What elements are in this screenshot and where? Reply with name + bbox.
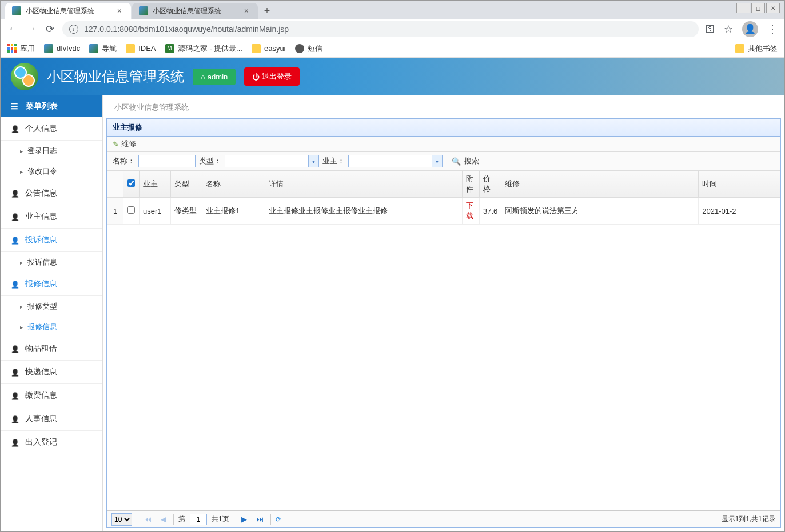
bookmark-item[interactable]: IDEA — [126, 44, 156, 53]
first-page-button[interactable]: ⏮ — [142, 515, 154, 523]
user-icon — [11, 414, 19, 423]
caret-right-icon: ▸ — [20, 169, 23, 175]
search-owner-combo[interactable]: ▾ — [348, 155, 443, 167]
app-logo-icon — [11, 63, 38, 90]
bookmark-favicon-icon — [44, 44, 53, 53]
col-attach[interactable]: 附件 — [463, 171, 480, 198]
toolbar: ✎ 维修 — [107, 137, 780, 152]
admin-button[interactable]: ⌂admin — [193, 69, 236, 85]
sidebar-item-label: 个人信息 — [25, 123, 57, 134]
pager-separator — [137, 514, 137, 525]
sidebar-subitem[interactable]: ▸修改口令 — [1, 161, 102, 182]
sidebar-subitem-label: 修改口令 — [27, 166, 57, 177]
col-owner[interactable]: 业主 — [140, 171, 171, 198]
logout-button[interactable]: ⏻退出登录 — [244, 67, 300, 86]
chevron-down-icon[interactable]: ▾ — [308, 155, 318, 167]
last-page-button[interactable]: ⏭ — [254, 515, 266, 523]
prev-page-button[interactable]: ◀ — [158, 515, 169, 523]
cell-attach: 下载 — [463, 198, 480, 225]
edit-repair-button[interactable]: ✎ 维修 — [113, 139, 136, 149]
tab-title: 小区物业信息管理系统 — [153, 6, 221, 16]
apps-grid-icon — [7, 44, 17, 53]
col-repair[interactable]: 维修 — [501, 171, 699, 198]
window-minimize-button[interactable]: — — [736, 3, 750, 13]
home-icon: ⌂ — [201, 73, 205, 81]
bookmark-apps[interactable]: 应用 — [7, 43, 35, 54]
window-maximize-button[interactable]: ◻ — [751, 3, 765, 13]
app-header: 小区物业信息管理系统 ⌂admin ⏻退出登录 — [1, 58, 784, 95]
tab-close-icon[interactable]: × — [242, 6, 251, 15]
profile-avatar-icon[interactable]: 👤 — [742, 21, 758, 37]
chevron-down-icon[interactable]: ▾ — [432, 155, 442, 167]
sidebar-item[interactable]: 投诉信息 — [1, 229, 102, 252]
bookmark-label: 其他书签 — [748, 43, 778, 54]
sidebar-item[interactable]: 物品租借 — [1, 337, 102, 361]
bookmarks-bar: 应用 dfvfvdc 导航 IDEA M源码之家 - 提供最... easyui… — [1, 39, 784, 58]
col-type[interactable]: 类型 — [171, 171, 202, 198]
page-total: 共1页 — [212, 514, 229, 524]
sidebar-item[interactable]: 人事信息 — [1, 407, 102, 431]
sidebar-subitem[interactable]: ▸报修类型 — [1, 296, 102, 317]
page-number-input[interactable] — [190, 514, 207, 525]
back-button[interactable]: ← — [7, 23, 19, 35]
next-page-button[interactable]: ▶ — [239, 515, 249, 523]
sidebar-item[interactable]: 缴费信息 — [1, 384, 102, 407]
sidebar-item[interactable]: 公告信息 — [1, 182, 102, 205]
bookmark-item[interactable]: easyui — [252, 44, 286, 53]
col-detail[interactable]: 详情 — [265, 171, 463, 198]
url-input[interactable]: i 127.0.0.1:8080/bdm101xiaoquwuye/houtai… — [62, 21, 699, 37]
menu-dots-icon[interactable]: ⋮ — [767, 23, 778, 35]
address-bar: ← → ⟳ i 127.0.0.1:8080/bdm101xiaoquwuye/… — [1, 19, 784, 39]
forward-button[interactable]: → — [26, 23, 37, 35]
sidebar: 菜单列表 个人信息▸登录日志▸修改口令公告信息业主信息投诉信息▸投诉信息报修信息… — [1, 95, 103, 531]
sidebar-item[interactable]: 出入登记 — [1, 431, 102, 454]
password-key-icon[interactable]: ⚿ — [706, 24, 715, 34]
sidebar-item[interactable]: 快递信息 — [1, 361, 102, 384]
col-price[interactable]: 价格 — [480, 171, 501, 198]
panel: 业主报修 ✎ 维修 名称： 类型： ▾ 业主： ▾ 🔍 搜索 — [106, 118, 781, 528]
user-icon — [11, 124, 19, 133]
search-button-label[interactable]: 搜索 — [464, 156, 479, 166]
sidebar-item[interactable]: 业主信息 — [1, 205, 102, 229]
caret-right-icon: ▸ — [20, 303, 23, 310]
cell-detail: 业主报修业主报修业主报修业主报修 — [265, 198, 463, 225]
download-link[interactable]: 下载 — [466, 201, 473, 220]
browser-tab-bar: 小区物业信息管理系统 × 小区物业信息管理系统 × + — [1, 1, 784, 19]
panel-title: 业主报修 — [107, 119, 780, 137]
cell-name: 业主报修1 — [202, 198, 265, 225]
new-tab-button[interactable]: + — [259, 3, 275, 19]
user-icon — [11, 391, 19, 400]
browser-tab-inactive[interactable]: 小区物业信息管理系统 × — [132, 3, 258, 19]
col-time[interactable]: 时间 — [699, 171, 780, 198]
bookmark-item[interactable]: 短信 — [295, 43, 322, 54]
site-info-icon[interactable]: i — [69, 25, 78, 34]
col-rownum — [107, 171, 123, 198]
search-name-input[interactable] — [138, 155, 196, 167]
logout-label: 退出登录 — [262, 71, 292, 82]
page-size-select[interactable]: 10 — [111, 513, 132, 526]
search-type-combo[interactable]: ▾ — [225, 155, 319, 167]
reload-grid-button[interactable]: ⟳ — [276, 515, 281, 523]
bookmark-other[interactable]: 其他书签 — [735, 43, 778, 54]
user-icon — [11, 367, 19, 377]
search-icon[interactable]: 🔍 — [452, 157, 461, 166]
sidebar-item[interactable]: 报修信息 — [1, 273, 102, 296]
col-name[interactable]: 名称 — [202, 171, 265, 198]
bookmark-star-icon[interactable]: ☆ — [724, 23, 733, 35]
pager-separator — [173, 514, 174, 525]
sidebar-subitem[interactable]: ▸报修信息 — [1, 317, 102, 337]
window-close-button[interactable]: ✕ — [766, 3, 780, 13]
bookmark-item[interactable]: dfvfvdc — [44, 44, 80, 53]
row-checkbox[interactable] — [127, 206, 135, 214]
reload-button[interactable]: ⟳ — [44, 23, 55, 35]
tab-close-icon[interactable]: × — [115, 6, 124, 15]
sidebar-subitem-label: 报修类型 — [27, 301, 57, 311]
sidebar-item[interactable]: 个人信息 — [1, 117, 102, 141]
select-all-checkbox[interactable] — [127, 179, 135, 187]
browser-tab-active[interactable]: 小区物业信息管理系统 × — [5, 3, 131, 19]
sidebar-subitem[interactable]: ▸登录日志 — [1, 141, 102, 161]
bookmark-item[interactable]: M源码之家 - 提供最... — [165, 43, 242, 54]
bookmark-item[interactable]: 导航 — [89, 43, 117, 54]
table-row[interactable]: 1user1修类型业主报修1业主报修业主报修业主报修业主报修下载37.6阿斯顿发… — [107, 198, 780, 225]
sidebar-subitem[interactable]: ▸投诉信息 — [1, 252, 102, 273]
